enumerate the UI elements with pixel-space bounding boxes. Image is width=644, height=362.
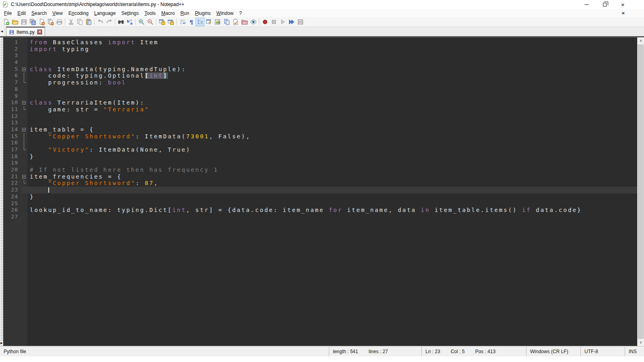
code-text[interactable] — [27, 59, 637, 66]
fold-margin[interactable] — [21, 173, 27, 180]
vertical-scrollbar[interactable]: ∧ ∨ — [637, 37, 644, 346]
menu-item-macro[interactable]: Macro — [159, 9, 178, 17]
macro-save-button[interactable] — [296, 18, 305, 26]
code-text[interactable] — [27, 187, 637, 193]
zoom-out-button[interactable] — [146, 18, 155, 26]
code-text[interactable] — [27, 52, 637, 59]
find-button[interactable] — [116, 18, 125, 26]
menu-item-tools[interactable]: Tools — [142, 9, 159, 17]
sync-horizontal-button[interactable] — [166, 18, 175, 26]
tabs-container: Items.py✕ — [4, 27, 45, 36]
macro-stop-button[interactable] — [269, 18, 278, 26]
code-text[interactable] — [27, 200, 637, 207]
menu-item-plugins[interactable]: Plugins — [192, 9, 213, 17]
word-wrap-button[interactable] — [178, 18, 187, 26]
close-file-button[interactable] — [37, 18, 46, 26]
code-text[interactable]: item_frequencies = { — [27, 173, 637, 180]
macro-playback-button[interactable] — [278, 18, 287, 26]
sync-vertical-button[interactable] — [157, 18, 166, 26]
fold-collapse-icon[interactable] — [22, 68, 26, 71]
code-text[interactable]: # If not listed here then has frequency … — [27, 167, 637, 173]
fold-margin — [21, 146, 27, 153]
code-text[interactable] — [27, 113, 637, 120]
new-file-button[interactable] — [2, 18, 10, 26]
function-list-button[interactable] — [204, 18, 213, 26]
fold-collapse-icon[interactable] — [22, 101, 26, 105]
code-text[interactable] — [27, 214, 637, 220]
document-switcher-button[interactable] — [222, 18, 231, 26]
menu-item-[interactable]: ? — [236, 9, 245, 17]
fold-margin[interactable] — [21, 126, 27, 133]
code-text[interactable]: lookup_id_to_name: typing.Dict[int, str]… — [27, 207, 637, 214]
fold-collapse-icon[interactable] — [22, 128, 26, 132]
menu-item-run[interactable]: Run — [178, 9, 192, 17]
document-map-button[interactable] — [213, 18, 222, 26]
code-text[interactable]: from BaseClasses import Item — [27, 39, 637, 46]
menu-item-encoding[interactable]: Encoding — [66, 9, 91, 17]
code-text[interactable]: import typing — [27, 46, 637, 53]
redo-button[interactable] — [105, 18, 114, 26]
file-monitoring-button[interactable] — [249, 18, 258, 26]
fold-margin[interactable] — [21, 99, 27, 106]
code-text[interactable] — [27, 140, 637, 146]
show-all-characters-button[interactable] — [187, 18, 196, 26]
menu-item-window[interactable]: Window — [214, 9, 237, 17]
code-text[interactable]: "Victory": ItemData(None, True) — [27, 146, 637, 153]
close-all-button[interactable] — [46, 18, 55, 26]
code-area[interactable]: 1from BaseClasses import Item2import typ… — [3, 37, 637, 346]
scrollbar-thumb[interactable] — [638, 45, 644, 339]
code-text[interactable]: progression: bool — [27, 79, 637, 86]
replace-button[interactable] — [125, 18, 134, 26]
open-file-button[interactable] — [10, 18, 19, 26]
fold-margin[interactable] — [21, 66, 27, 73]
tab-scroll-left-icon[interactable]: ◀ — [0, 27, 4, 36]
close-button[interactable]: × — [614, 0, 632, 9]
minimize-button[interactable] — [578, 0, 596, 9]
code-text[interactable] — [27, 119, 637, 126]
undo-button[interactable] — [96, 18, 105, 26]
code-text[interactable] — [27, 86, 637, 93]
scroll-up-icon[interactable]: ∧ — [638, 37, 644, 44]
folder-as-workspace-button[interactable] — [240, 18, 249, 26]
code-text[interactable]: } — [27, 193, 637, 200]
tab-items-py[interactable]: Items.py✕ — [6, 27, 45, 36]
menu-item-language[interactable]: Language — [91, 9, 118, 17]
macro-run-multiple-button[interactable] — [287, 18, 296, 26]
menu-item-view[interactable]: View — [50, 9, 66, 17]
editor[interactable]: 1from BaseClasses import Item2import typ… — [3, 37, 637, 346]
code-text[interactable]: class TerrariaItem(Item): — [27, 99, 637, 106]
code-text[interactable]: item_table = { — [27, 126, 637, 133]
macro-record-button[interactable] — [260, 18, 269, 26]
code-text[interactable]: "Copper Shortsword": 87, — [27, 180, 637, 187]
run-external-button[interactable] — [231, 18, 240, 26]
line-number: 3 — [3, 52, 21, 59]
tab-close-icon[interactable]: ✕ — [37, 29, 42, 35]
save-file-button[interactable] — [19, 18, 28, 26]
dock-grip[interactable]: ▶ — [0, 37, 3, 346]
menu-item-file[interactable]: File — [1, 9, 14, 17]
grip-arrow-icon[interactable]: ▶ — [0, 341, 3, 345]
close-document-button[interactable]: × — [621, 10, 625, 16]
scroll-down-icon[interactable]: ∨ — [638, 339, 644, 346]
code-text[interactable]: code: typing.Optional[int] — [27, 72, 637, 79]
status-value: Windows (CR LF) — [530, 349, 568, 354]
menu-item-settings[interactable]: Settings — [118, 9, 141, 17]
code-text[interactable] — [27, 160, 637, 167]
line-number: 9 — [3, 93, 21, 100]
code-text[interactable]: } — [27, 153, 637, 160]
restore-button[interactable] — [596, 0, 614, 9]
print-button[interactable] — [55, 18, 64, 26]
save-all-button[interactable] — [28, 18, 37, 26]
paste-button[interactable] — [84, 18, 93, 26]
fold-collapse-icon[interactable] — [22, 175, 26, 179]
indent-guide-button[interactable] — [196, 18, 204, 26]
cut-button[interactable] — [66, 18, 75, 26]
menu-item-edit[interactable]: Edit — [14, 9, 29, 17]
menu-item-search[interactable]: Search — [29, 9, 50, 17]
code-text[interactable]: game: str = "Terraria" — [27, 106, 637, 113]
copy-button[interactable] — [75, 18, 84, 26]
code-text[interactable]: class ItemData(typing.NamedTuple): — [27, 66, 637, 73]
code-text[interactable] — [27, 93, 637, 100]
zoom-in-button[interactable] — [137, 18, 146, 26]
code-text[interactable]: "Copper Shortsword": ItemData(73001, Fal… — [27, 133, 637, 140]
